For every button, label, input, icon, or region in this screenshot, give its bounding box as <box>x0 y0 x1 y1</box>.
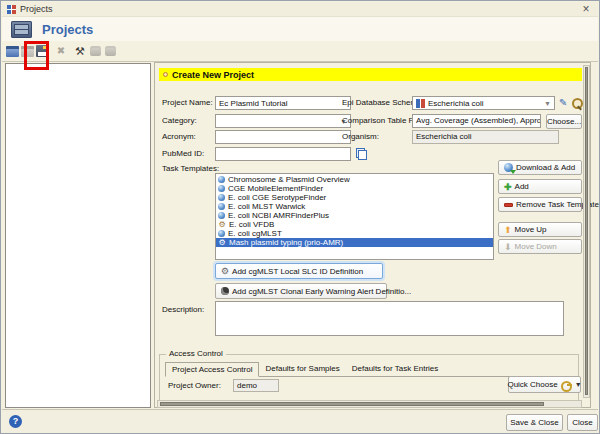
remove-task-template-button[interactable]: Remove Task Template <box>498 197 582 212</box>
globe-download-icon <box>504 163 513 172</box>
project-tools-icon[interactable]: ⚒ <box>73 43 87 59</box>
vertical-scrollbar[interactable] <box>583 65 590 398</box>
window-title: Projects <box>20 4 575 14</box>
organism-label: Organism: <box>342 130 379 144</box>
projects-dialog: Projects × Projects ✖⚒ Create New Projec… <box>0 0 600 434</box>
add-cgmlst-local-slc-button[interactable]: ⚙ Add cgMLST Local SLC ID Definition <box>215 263 383 279</box>
globe-icon <box>218 194 225 201</box>
acronym-label: Acronym: <box>162 130 196 144</box>
horizontal-scrollbar[interactable] <box>157 400 582 408</box>
projects-list-panel[interactable] <box>5 63 151 408</box>
comparison-table-fields-value: Avg. Coverage (Assembled), Approximated … <box>412 114 541 128</box>
search-scheme-icon[interactable] <box>572 98 582 109</box>
globe-icon <box>218 230 225 237</box>
page-title: Projects <box>42 22 93 37</box>
project-owner-label: Project Owner: <box>168 379 221 393</box>
add-cgmlst-clonal-alert-button[interactable]: Add cgMLST Clonal Early Warning Alert De… <box>215 283 387 299</box>
revoke-access-icon <box>103 43 117 59</box>
project-owner-value: demo <box>233 379 279 392</box>
chevron-down-icon: ▼ <box>544 100 551 107</box>
new-project-icon[interactable] <box>5 43 19 59</box>
task-template-label: Mash plasmid typing (prio-AMR) <box>229 238 343 247</box>
access-control-group: Access Control Project Access ControlDef… <box>159 354 579 401</box>
grant-access-icon <box>88 43 102 59</box>
vertical-scrollbar-thumb[interactable] <box>585 67 588 395</box>
category-label: Category: <box>162 114 197 128</box>
task-template-label: E. coli cgMLST <box>228 229 282 238</box>
task-template-label: Chromosome & Plasmid Overview <box>228 175 350 184</box>
minus-icon <box>504 203 513 207</box>
app-icon <box>7 5 16 14</box>
task-template-item[interactable]: E. coli CGE SerotypeFinder <box>216 193 493 202</box>
gear-icon: ⚙ <box>218 221 226 229</box>
task-template-label: E. coli MLST Warwick <box>228 202 305 211</box>
task-template-item[interactable]: E. coli MLST Warwick <box>216 202 493 211</box>
close-button[interactable]: Close <box>567 414 598 431</box>
globe-icon <box>218 203 225 210</box>
gear-icon: ⚙ <box>218 239 226 247</box>
section-title: Create New Project <box>172 70 254 80</box>
move-down-button: ⬇Move Down <box>498 239 582 254</box>
move-up-button[interactable]: ⬆Move Up <box>498 222 582 237</box>
project-name-label: Project Name: <box>162 96 213 110</box>
task-template-item[interactable]: CGE MobileElementFinder <box>216 184 493 193</box>
task-template-item[interactable]: Chromosome & Plasmid Overview <box>216 175 493 184</box>
task-templates-list[interactable]: Chromosome & Plasmid OverviewCGE MobileE… <box>215 173 494 260</box>
title-bar: Projects × <box>2 2 598 17</box>
arrow-up-icon: ⬆ <box>504 225 512 235</box>
close-window-icon[interactable]: × <box>579 3 593 16</box>
task-template-item[interactable]: E. coli NCBI AMRFinderPlus <box>216 211 493 220</box>
acronym-input[interactable] <box>215 130 351 144</box>
task-template-label: E. coli NCBI AMRFinderPlus <box>228 211 329 220</box>
edit-scheme-icon[interactable]: ✎ <box>559 97 567 109</box>
alert-definition-icon <box>221 287 229 295</box>
add-button[interactable]: ✚Add <box>498 179 582 194</box>
epi-database-scheme-select[interactable]: Escherichia coli ▼ <box>412 96 555 110</box>
choose-fields-button[interactable]: Choose... <box>546 114 582 129</box>
description-label: Description: <box>162 303 204 317</box>
pubmed-id-label: PubMed ID: <box>162 147 204 161</box>
globe-icon <box>218 185 225 192</box>
globe-icon <box>218 212 225 219</box>
save-close-button[interactable]: Save & Close <box>506 414 563 431</box>
task-template-item[interactable]: ⚙E. coli VFDB <box>216 220 493 229</box>
organism-value: Escherichia coli <box>412 130 559 144</box>
section-header: Create New Project <box>159 68 582 81</box>
access-control-legend: Access Control <box>166 349 226 358</box>
section-bullet-icon <box>163 72 168 77</box>
toolbar: ✖⚒ <box>2 41 598 62</box>
project-name-input[interactable] <box>215 96 351 110</box>
tab-project-access-control[interactable]: Project Access Control <box>165 362 259 377</box>
category-select[interactable]: ▼ <box>215 114 351 128</box>
annotation-highlight-box <box>24 41 49 70</box>
globe-icon <box>218 176 225 183</box>
arrow-down-icon: ⬇ <box>504 242 512 252</box>
horizontal-scrollbar-thumb[interactable] <box>160 402 544 406</box>
pubmed-id-input[interactable] <box>215 147 351 161</box>
delete-project-icon: ✖ <box>54 43 68 59</box>
plus-icon: ✚ <box>504 182 512 192</box>
task-template-item[interactable]: E. coli cgMLST <box>216 229 493 238</box>
task-template-item[interactable]: ⚙Mash plasmid typing (prio-AMR) <box>216 238 493 247</box>
projects-icon <box>11 21 32 38</box>
tab-defaults-for-samples[interactable]: Defaults for Samples <box>259 362 345 376</box>
paste-icon[interactable] <box>356 148 367 160</box>
help-icon[interactable]: ? <box>9 415 22 428</box>
task-template-label: E. coli VFDB <box>229 220 274 229</box>
gear-icon: ⚙ <box>221 267 229 276</box>
download-add-button[interactable]: Download & Add <box>498 160 582 175</box>
tab-defaults-for-task-entries[interactable]: Defaults for Task Entries <box>346 362 445 376</box>
main-area: Create New Project Project Name: Categor… <box>2 62 600 409</box>
task-template-label: CGE MobileElementFinder <box>228 184 323 193</box>
epi-database-scheme-value: Escherichia coli <box>428 99 484 108</box>
database-icon <box>416 99 425 108</box>
chevron-down-icon: ▼ <box>575 381 582 388</box>
key-icon <box>561 380 572 389</box>
quick-choose-button[interactable]: Quick Choose ▼ <box>508 376 581 393</box>
create-project-panel: Create New Project Project Name: Categor… <box>154 62 591 408</box>
access-control-tabs: Project Access ControlDefaults for Sampl… <box>165 362 573 377</box>
task-templates-label: Task Templates: <box>162 162 219 176</box>
description-input[interactable] <box>215 301 564 336</box>
page-header: Projects <box>2 17 598 41</box>
task-template-label: E. coli CGE SerotypeFinder <box>228 193 326 202</box>
